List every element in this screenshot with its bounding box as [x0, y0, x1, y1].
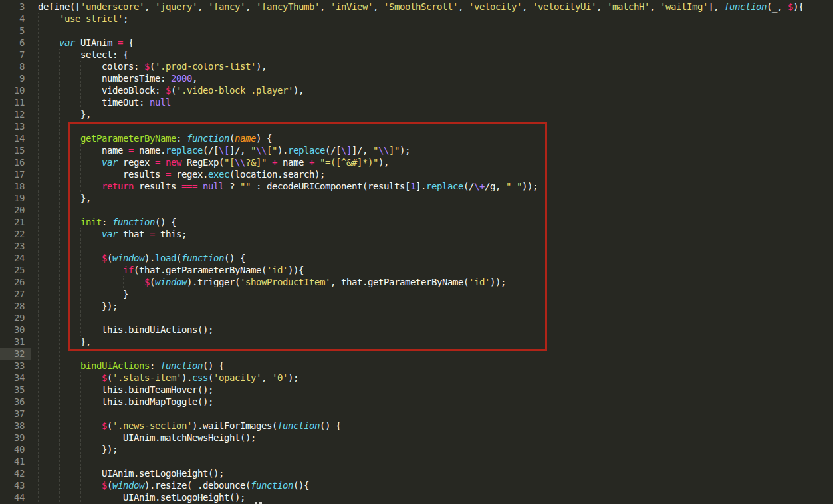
line-number: 41 [0, 455, 31, 467]
code-line[interactable]: 3define(['underscore', 'jquery', 'fancy'… [0, 1, 833, 13]
code-line[interactable]: 32 [0, 348, 833, 360]
indent-guide [59, 84, 60, 96]
code-line[interactable]: 5 [0, 25, 833, 37]
code-text: }); [31, 300, 833, 312]
indent-guide [59, 192, 60, 204]
indent-guide [38, 108, 39, 120]
code-line[interactable]: 41 [0, 455, 833, 467]
code-text: var that = this; [31, 228, 833, 240]
code-line[interactable]: 26 $(window).trigger('showProductItem', … [0, 276, 833, 288]
indent-guide [38, 192, 39, 204]
indent-guide [80, 396, 81, 408]
indent-guide [38, 49, 39, 61]
code-line[interactable]: 4 'use strict'; [0, 13, 833, 25]
code-line[interactable]: 18 return results === null ? "" : decode… [0, 180, 833, 192]
code-line[interactable]: 40 }); [0, 443, 833, 455]
indent-guide [59, 216, 60, 228]
code-line[interactable]: 34 $('.stats-item').css('opacity', '0'); [0, 372, 833, 384]
code-text [31, 204, 833, 216]
indent-guide [59, 300, 60, 312]
indent-guide [38, 312, 39, 324]
line-number: 15 [0, 144, 31, 156]
code-line[interactable]: 31 }, [0, 336, 833, 348]
code-text [31, 25, 833, 37]
code-line[interactable]: 28 }); [0, 300, 833, 312]
code-line[interactable]: 23 [0, 240, 833, 252]
code-text: name = name.replace(/[\[]/, "\\[").repla… [31, 144, 833, 156]
code-editor[interactable]: 3define(['underscore', 'jquery', 'fancy'… [0, 1, 833, 503]
indent-guide [59, 467, 60, 479]
code-line[interactable]: 9 numbersTime: 2000, [0, 72, 833, 84]
indent-guide [38, 324, 39, 336]
code-line[interactable]: 21 init: function() { [0, 216, 833, 228]
code-line[interactable]: 19 }, [0, 192, 833, 204]
code-line[interactable]: 44 UIAnim.setLogoHeight(); [0, 491, 833, 503]
indent-guide [59, 372, 60, 384]
code-text: $(window).trigger('showProductItem', tha… [31, 276, 833, 288]
indent-guide [38, 479, 39, 491]
code-text: getParameterByName: function(name) { [31, 132, 833, 144]
code-line[interactable]: 25 if(that.getParameterByName('id')){ [0, 264, 833, 276]
indent-guide [80, 72, 81, 84]
code-line[interactable]: 30 this.bindUiActions(); [0, 324, 833, 336]
indent-guide [59, 396, 60, 408]
indent-guide [38, 180, 39, 192]
code-line[interactable]: 36 this.bindMapToggle(); [0, 396, 833, 408]
indent-guide [38, 72, 39, 84]
indent-guide [59, 324, 60, 336]
code-line[interactable]: 38 $('.news-section').waitForImages(func… [0, 420, 833, 432]
code-line[interactable]: 35 this.bindTeamHover(); [0, 384, 833, 396]
indent-guide [59, 61, 60, 72]
code-line[interactable]: 14 getParameterByName: function(name) { [0, 132, 833, 144]
code-line[interactable]: 20 [0, 204, 833, 216]
code-text [31, 348, 833, 360]
code-line[interactable]: 13 [0, 120, 833, 132]
code-line[interactable]: 33 bindUiActions: function() { [0, 360, 833, 372]
line-number: 21 [0, 216, 31, 228]
line-number: 7 [0, 49, 31, 61]
indent-guide [59, 455, 60, 467]
indent-guide [59, 144, 60, 156]
indent-guide [59, 168, 60, 180]
code-line[interactable]: 12 }, [0, 108, 833, 120]
indent-guide [38, 491, 39, 503]
code-line[interactable]: 43 $(window).resize(_.debounce(function(… [0, 479, 833, 491]
line-number: 42 [0, 467, 31, 479]
code-line[interactable]: 37 [0, 408, 833, 420]
indent-guide [80, 408, 81, 420]
indent-guide [59, 204, 60, 216]
line-number: 13 [0, 120, 31, 132]
line-number: 19 [0, 192, 31, 204]
code-text: this.bindUiActions(); [31, 324, 833, 336]
code-line[interactable]: 27 } [0, 288, 833, 300]
code-line[interactable]: 29 [0, 312, 833, 324]
code-line[interactable]: 15 name = name.replace(/[\[]/, "\\[").re… [0, 144, 833, 156]
code-line[interactable]: 7 select: { [0, 49, 833, 61]
indent-guide [38, 132, 39, 144]
code-line[interactable]: 16 var regex = new RegExp("[\\?&]" + nam… [0, 156, 833, 168]
indent-guide [80, 144, 81, 156]
code-line[interactable]: 11 timeOut: null [0, 96, 833, 108]
indent-guide [80, 443, 81, 455]
line-number: 6 [0, 37, 31, 49]
indent-guide [38, 276, 39, 288]
code-line[interactable]: 6 var UIAnim = { [0, 37, 833, 49]
code-line[interactable]: 39 UIAnim.matchNewsHeight(); [0, 432, 833, 443]
indent-guide [38, 216, 39, 228]
indent-guide [38, 156, 39, 168]
line-number: 9 [0, 72, 31, 84]
code-line[interactable]: 22 var that = this; [0, 228, 833, 240]
indent-guide [80, 432, 81, 443]
code-line[interactable]: 8 colors: $('.prod-colors-list'), [0, 61, 833, 72]
indent-guide [38, 348, 39, 360]
indent-guide [80, 240, 81, 252]
indent-guide [80, 491, 81, 503]
code-line[interactable]: 10 videoBlock: $('.video-block .player')… [0, 84, 833, 96]
line-number: 38 [0, 420, 31, 432]
code-line[interactable]: 24 $(window).load(function() { [0, 252, 833, 264]
line-number: 4 [0, 13, 31, 25]
code-line[interactable]: 17 results = regex.exec(location.search)… [0, 168, 833, 180]
line-number: 37 [0, 408, 31, 420]
indent-guide [59, 132, 60, 144]
code-line[interactable]: 42 UIAnim.setLogoHeight(); [0, 467, 833, 479]
